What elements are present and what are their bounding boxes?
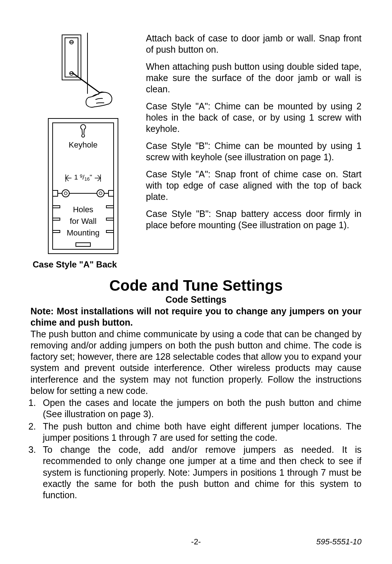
code-tune-heading: Code and Tune Settings: [30, 277, 362, 294]
top-section: Keyhole 1 9/16": [30, 33, 362, 270]
instructions-column: Attach back of case to door jamb or wall…: [146, 33, 362, 270]
code-steps-list: Open the cases and locate the jumpers on…: [30, 397, 362, 501]
holes-label-2: for Wall: [70, 217, 97, 226]
svg-rect-25: [106, 218, 114, 220]
code-step-1: Open the cases and locate the jumpers on…: [38, 397, 362, 420]
svg-rect-26: [53, 230, 60, 233]
instruction-p5: Case Style "A": Snap front of chime case…: [146, 169, 362, 202]
code-settings-subheading: Code Settings: [30, 294, 362, 305]
svg-rect-22: [53, 206, 60, 208]
page-footer: -2- 595-5551-10: [30, 537, 362, 547]
svg-point-16: [62, 190, 69, 197]
screwdriver-hand-icon: [47, 33, 119, 113]
svg-rect-27: [106, 230, 114, 233]
svg-rect-23: [106, 206, 114, 208]
case-style-a-caption: Case Style "A" Back: [33, 259, 136, 270]
holes-label-1: Holes: [73, 205, 93, 214]
code-step-3: To change the code, add and/or remove ju…: [38, 444, 362, 501]
back-plate-icon: Keyhole 1 9/16": [47, 117, 119, 255]
figures-column: Keyhole 1 9/16": [30, 33, 136, 270]
svg-rect-20: [53, 190, 58, 196]
svg-rect-24: [53, 218, 60, 220]
page-number: -2-: [191, 537, 201, 547]
svg-point-18: [97, 190, 104, 197]
dimension-label: 1 9/16": [74, 173, 92, 182]
instruction-p2: When attaching push button using double …: [146, 61, 362, 95]
document-number: 595-5551-10: [316, 537, 362, 547]
code-step-2: The push button and chime both have eigh…: [38, 421, 362, 444]
instruction-p3: Case Style "A": Chime can be mounted by …: [146, 101, 362, 134]
instruction-p1: Attach back of case to door jamb or wall…: [146, 33, 362, 55]
holes-label-3: Mounting: [67, 228, 100, 237]
svg-rect-21: [109, 190, 114, 196]
code-note: Note: Most installations will not requir…: [30, 306, 362, 329]
case-style-a-back-figure: Keyhole 1 9/16": [47, 117, 119, 257]
svg-rect-28: [76, 243, 90, 246]
keyhole-label: Keyhole: [69, 140, 98, 149]
install-push-button-figure: [47, 33, 119, 114]
page-container: Keyhole 1 9/16": [0, 0, 392, 564]
instruction-p6: Case Style "B": Snap battery access door…: [146, 208, 362, 231]
instruction-p4: Case Style "B": Chime can be mounted by …: [146, 140, 362, 163]
code-body: The push button and chime communicate by…: [30, 329, 362, 397]
